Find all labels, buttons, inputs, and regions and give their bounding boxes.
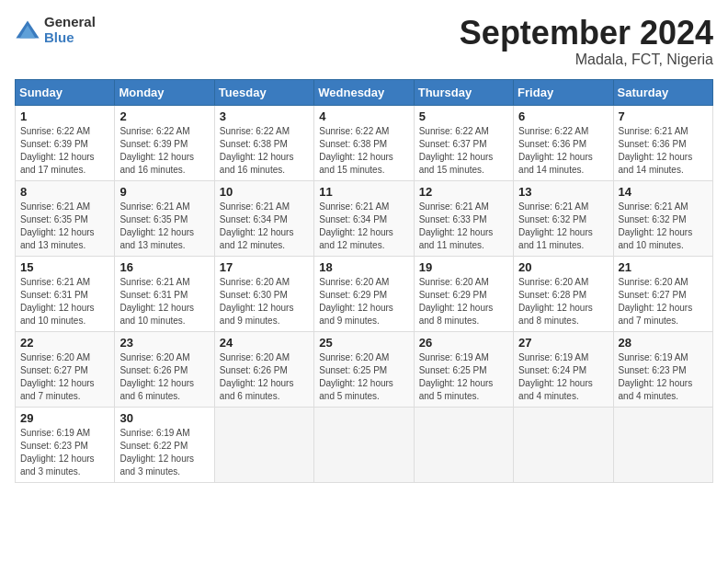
calendar-cell <box>314 407 414 482</box>
header-saturday: Saturday <box>613 79 712 105</box>
day-info: Sunrise: 6:21 AM Sunset: 6:31 PM Dayligh… <box>119 276 209 327</box>
calendar-body: 1 Sunrise: 6:22 AM Sunset: 6:39 PM Dayli… <box>16 105 713 482</box>
calendar-cell: 30 Sunrise: 6:19 AM Sunset: 6:22 PM Dayl… <box>115 407 214 482</box>
calendar-cell: 29 Sunrise: 6:19 AM Sunset: 6:23 PM Dayl… <box>16 407 115 482</box>
logo-icon <box>15 17 40 43</box>
calendar-cell: 1 Sunrise: 6:22 AM Sunset: 6:39 PM Dayli… <box>16 105 115 180</box>
calendar-cell: 21 Sunrise: 6:20 AM Sunset: 6:27 PM Dayl… <box>613 256 712 331</box>
calendar-cell <box>214 407 313 482</box>
calendar-cell: 28 Sunrise: 6:19 AM Sunset: 6:23 PM Dayl… <box>613 331 712 407</box>
day-number: 9 <box>119 185 209 199</box>
calendar-cell: 7 Sunrise: 6:21 AM Sunset: 6:36 PM Dayli… <box>613 105 712 180</box>
day-number: 14 <box>619 185 708 199</box>
page-header: General Blue September 2024 Madala, FCT,… <box>15 15 713 68</box>
day-info: Sunrise: 6:20 AM Sunset: 6:26 PM Dayligh… <box>119 351 209 403</box>
calendar-cell: 6 Sunrise: 6:22 AM Sunset: 6:36 PM Dayli… <box>514 105 613 180</box>
calendar-cell: 9 Sunrise: 6:21 AM Sunset: 6:35 PM Dayli… <box>115 180 214 256</box>
calendar-cell <box>514 407 613 482</box>
calendar-cell: 14 Sunrise: 6:21 AM Sunset: 6:32 PM Dayl… <box>613 180 712 256</box>
calendar-cell: 12 Sunrise: 6:21 AM Sunset: 6:33 PM Dayl… <box>414 180 513 256</box>
day-info: Sunrise: 6:21 AM Sunset: 6:35 PM Dayligh… <box>119 201 209 252</box>
day-info: Sunrise: 6:22 AM Sunset: 6:38 PM Dayligh… <box>319 125 408 177</box>
calendar-cell: 5 Sunrise: 6:22 AM Sunset: 6:37 PM Dayli… <box>414 105 513 180</box>
day-number: 24 <box>220 336 309 350</box>
calendar-cell: 8 Sunrise: 6:21 AM Sunset: 6:35 PM Dayli… <box>16 180 115 256</box>
day-number: 26 <box>419 336 508 350</box>
day-number: 10 <box>220 185 309 199</box>
day-info: Sunrise: 6:20 AM Sunset: 6:28 PM Dayligh… <box>518 276 608 327</box>
calendar-week-row: 8 Sunrise: 6:21 AM Sunset: 6:35 PM Dayli… <box>16 180 713 256</box>
day-number: 7 <box>619 109 708 123</box>
day-number: 8 <box>20 185 109 199</box>
day-number: 4 <box>319 109 408 123</box>
month-title: September 2024 <box>460 15 713 52</box>
day-number: 6 <box>518 109 608 123</box>
day-info: Sunrise: 6:22 AM Sunset: 6:39 PM Dayligh… <box>119 125 209 177</box>
day-number: 27 <box>518 336 608 350</box>
day-info: Sunrise: 6:21 AM Sunset: 6:35 PM Dayligh… <box>20 201 109 252</box>
calendar-cell: 18 Sunrise: 6:20 AM Sunset: 6:29 PM Dayl… <box>314 256 414 331</box>
logo-blue: Blue <box>44 30 96 46</box>
calendar-cell: 19 Sunrise: 6:20 AM Sunset: 6:29 PM Dayl… <box>414 256 513 331</box>
day-number: 1 <box>20 109 109 123</box>
calendar-cell <box>414 407 513 482</box>
day-info: Sunrise: 6:20 AM Sunset: 6:25 PM Dayligh… <box>319 351 408 403</box>
header-friday: Friday <box>514 79 613 105</box>
day-number: 12 <box>419 185 508 199</box>
calendar-cell: 15 Sunrise: 6:21 AM Sunset: 6:31 PM Dayl… <box>16 256 115 331</box>
day-info: Sunrise: 6:19 AM Sunset: 6:23 PM Dayligh… <box>20 427 109 478</box>
day-number: 19 <box>419 260 508 274</box>
day-info: Sunrise: 6:19 AM Sunset: 6:22 PM Dayligh… <box>119 427 209 478</box>
calendar-week-row: 29 Sunrise: 6:19 AM Sunset: 6:23 PM Dayl… <box>16 407 713 482</box>
title-area: September 2024 Madala, FCT, Nigeria <box>460 15 713 68</box>
calendar-cell: 2 Sunrise: 6:22 AM Sunset: 6:39 PM Dayli… <box>115 105 214 180</box>
header-tuesday: Tuesday <box>214 79 313 105</box>
weekday-header-row: Sunday Monday Tuesday Wednesday Thursday… <box>16 79 713 105</box>
calendar-cell: 26 Sunrise: 6:19 AM Sunset: 6:25 PM Dayl… <box>414 331 513 407</box>
calendar-cell: 13 Sunrise: 6:21 AM Sunset: 6:32 PM Dayl… <box>514 180 613 256</box>
day-info: Sunrise: 6:19 AM Sunset: 6:24 PM Dayligh… <box>518 351 608 403</box>
calendar-cell <box>613 407 712 482</box>
day-info: Sunrise: 6:21 AM Sunset: 6:32 PM Dayligh… <box>619 201 708 252</box>
day-number: 21 <box>619 260 708 274</box>
day-info: Sunrise: 6:21 AM Sunset: 6:34 PM Dayligh… <box>319 201 408 252</box>
day-info: Sunrise: 6:21 AM Sunset: 6:34 PM Dayligh… <box>220 201 309 252</box>
day-info: Sunrise: 6:20 AM Sunset: 6:29 PM Dayligh… <box>319 276 408 327</box>
day-number: 17 <box>220 260 309 274</box>
calendar-cell: 4 Sunrise: 6:22 AM Sunset: 6:38 PM Dayli… <box>314 105 414 180</box>
day-info: Sunrise: 6:20 AM Sunset: 6:27 PM Dayligh… <box>20 351 109 403</box>
day-info: Sunrise: 6:22 AM Sunset: 6:39 PM Dayligh… <box>20 125 109 177</box>
day-number: 22 <box>20 336 109 350</box>
header-thursday: Thursday <box>414 79 513 105</box>
day-info: Sunrise: 6:20 AM Sunset: 6:26 PM Dayligh… <box>220 351 309 403</box>
calendar-cell: 23 Sunrise: 6:20 AM Sunset: 6:26 PM Dayl… <box>115 331 214 407</box>
day-number: 25 <box>319 336 408 350</box>
calendar-cell: 17 Sunrise: 6:20 AM Sunset: 6:30 PM Dayl… <box>214 256 313 331</box>
day-number: 13 <box>518 185 608 199</box>
day-number: 29 <box>20 411 109 425</box>
calendar-week-row: 22 Sunrise: 6:20 AM Sunset: 6:27 PM Dayl… <box>16 331 713 407</box>
day-info: Sunrise: 6:20 AM Sunset: 6:27 PM Dayligh… <box>619 276 708 327</box>
calendar-cell: 11 Sunrise: 6:21 AM Sunset: 6:34 PM Dayl… <box>314 180 414 256</box>
location-title: Madala, FCT, Nigeria <box>460 52 713 68</box>
calendar-cell: 3 Sunrise: 6:22 AM Sunset: 6:38 PM Dayli… <box>214 105 313 180</box>
header-wednesday: Wednesday <box>314 79 414 105</box>
day-number: 11 <box>319 185 408 199</box>
day-info: Sunrise: 6:20 AM Sunset: 6:30 PM Dayligh… <box>220 276 309 327</box>
logo-text: General Blue <box>44 15 96 45</box>
calendar-cell: 16 Sunrise: 6:21 AM Sunset: 6:31 PM Dayl… <box>115 256 214 331</box>
logo: General Blue <box>15 15 96 45</box>
day-info: Sunrise: 6:22 AM Sunset: 6:36 PM Dayligh… <box>518 125 608 177</box>
header-monday: Monday <box>115 79 214 105</box>
day-info: Sunrise: 6:22 AM Sunset: 6:38 PM Dayligh… <box>220 125 309 177</box>
header-sunday: Sunday <box>16 79 115 105</box>
day-number: 15 <box>20 260 109 274</box>
day-info: Sunrise: 6:21 AM Sunset: 6:31 PM Dayligh… <box>20 276 109 327</box>
day-number: 30 <box>119 411 209 425</box>
day-info: Sunrise: 6:20 AM Sunset: 6:29 PM Dayligh… <box>419 276 508 327</box>
calendar-cell: 24 Sunrise: 6:20 AM Sunset: 6:26 PM Dayl… <box>214 331 313 407</box>
day-info: Sunrise: 6:21 AM Sunset: 6:33 PM Dayligh… <box>419 201 508 252</box>
day-number: 20 <box>518 260 608 274</box>
day-info: Sunrise: 6:21 AM Sunset: 6:36 PM Dayligh… <box>619 125 708 177</box>
calendar-cell: 25 Sunrise: 6:20 AM Sunset: 6:25 PM Dayl… <box>314 331 414 407</box>
